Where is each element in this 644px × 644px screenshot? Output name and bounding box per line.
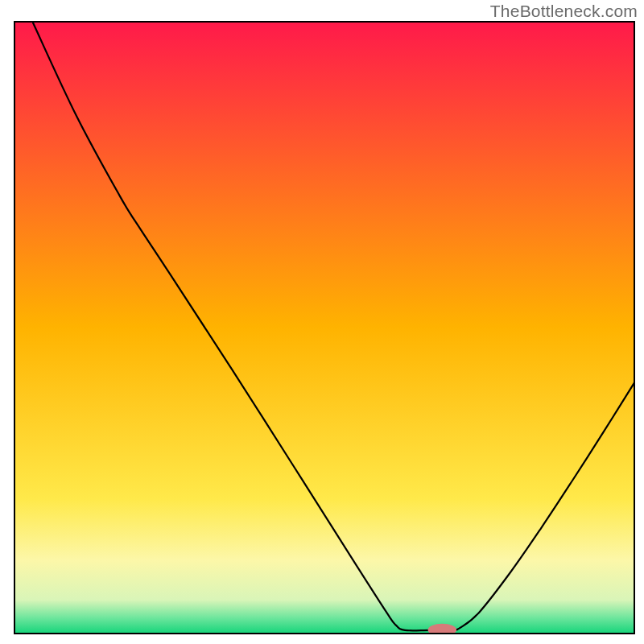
gradient-background (14, 22, 634, 634)
bottleneck-chart (0, 0, 644, 644)
watermark-text: TheBottleneck.com (490, 2, 638, 21)
chart-container: { "watermark": "TheBottleneck.com", "cha… (0, 0, 644, 644)
